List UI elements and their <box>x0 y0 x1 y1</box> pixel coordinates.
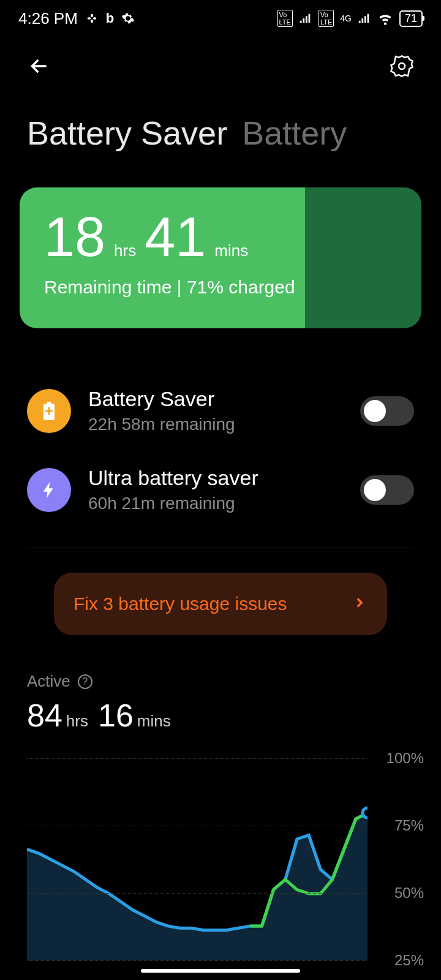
y-tick-75: 75% <box>394 817 424 834</box>
active-minutes: 16 <box>98 697 134 734</box>
svg-point-5 <box>363 808 368 818</box>
battery-indicator: 71 <box>399 10 423 27</box>
chevron-right-icon <box>352 595 368 613</box>
volte-icon-1: VoLTE <box>277 10 293 27</box>
chart-svg <box>27 758 368 960</box>
divider <box>27 548 414 548</box>
wifi-icon <box>377 10 393 26</box>
y-tick-100: 100% <box>386 750 424 767</box>
remaining-minutes: 41 <box>145 209 206 265</box>
svg-point-4 <box>399 63 405 69</box>
battery-plus-icon <box>27 389 71 433</box>
y-tick-50: 50% <box>394 884 424 902</box>
ultra-saver-sub: 60h 21m remaining <box>88 494 343 513</box>
svg-rect-1 <box>93 17 97 20</box>
active-hours-label: hrs <box>66 712 88 731</box>
tabs: Battery Saver Battery <box>0 87 441 152</box>
battery-saver-sub: 22h 58m remaining <box>88 415 343 434</box>
status-bar: 4:26 PM b VoLTE VoLTE 4G 71 <box>0 0 441 37</box>
fix-issues-card[interactable]: Fix 3 battery usage issues <box>54 573 387 635</box>
volte-icon-2: VoLTE <box>318 10 334 27</box>
ultra-saver-toggle[interactable] <box>360 475 414 505</box>
app-icon: b <box>106 10 114 26</box>
network-type: 4G <box>340 13 352 23</box>
y-tick-25: 25% <box>394 952 424 969</box>
svg-rect-0 <box>87 17 91 20</box>
battery-chart: 100% 75% 50% 25% <box>0 758 441 960</box>
ultra-battery-saver-row[interactable]: Ultra battery saver 60h 21m remaining <box>27 450 414 529</box>
fix-issues-text: Fix 3 battery usage issues <box>74 594 287 614</box>
hours-label: hrs <box>114 241 136 260</box>
bolt-icon <box>27 468 71 512</box>
active-hours: 84 <box>27 697 62 734</box>
back-button[interactable] <box>27 54 51 81</box>
active-minutes-label: mins <box>137 712 171 731</box>
battery-saver-title: Battery Saver <box>88 387 343 411</box>
svg-rect-2 <box>91 14 93 18</box>
battery-saver-toggle[interactable] <box>360 396 414 426</box>
help-icon[interactable]: ? <box>78 674 92 689</box>
svg-rect-3 <box>91 20 93 23</box>
remaining-hours: 18 <box>44 209 105 265</box>
tab-battery[interactable]: Battery <box>242 114 347 152</box>
settings-button[interactable] <box>390 54 414 81</box>
tab-battery-saver[interactable]: Battery Saver <box>27 114 227 152</box>
signal-icon-2 <box>358 12 371 25</box>
home-indicator[interactable] <box>141 969 300 973</box>
header <box>0 37 441 87</box>
signal-icon-1 <box>299 12 312 25</box>
battery-saver-row[interactable]: Battery Saver 22h 58m remaining <box>27 371 414 450</box>
ultra-saver-title: Ultra battery saver <box>88 466 343 490</box>
slack-icon <box>85 12 99 25</box>
battery-remaining-card: 18 hrs 41 mins Remaining time | 71% char… <box>20 187 421 328</box>
status-time: 4:26 PM <box>18 9 78 28</box>
remaining-subtitle: Remaining time | 71% charged <box>44 277 397 298</box>
minutes-label: mins <box>214 241 248 260</box>
active-label: Active <box>27 672 70 691</box>
gear-icon <box>121 12 135 25</box>
